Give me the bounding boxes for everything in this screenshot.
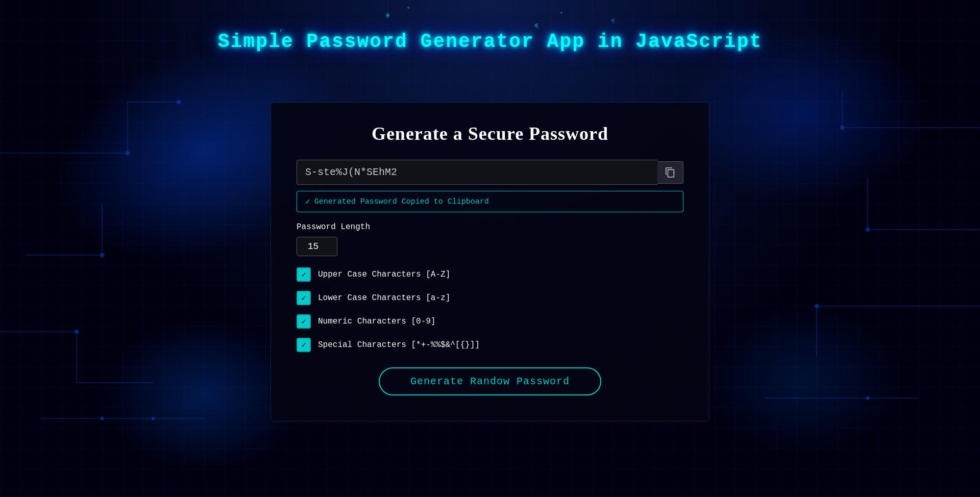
svg-point-17 xyxy=(840,126,844,130)
svg-text:1: 1 xyxy=(535,22,539,30)
svg-point-29 xyxy=(560,12,562,14)
clipboard-message: Generated Password Copied to Clipboard xyxy=(314,197,489,206)
checkbox-label-lowercase: Lower Case Characters [a-z] xyxy=(318,293,450,303)
svg-point-27 xyxy=(407,7,409,9)
checkbox-uppercase[interactable]: ✓ xyxy=(297,267,311,282)
checkbox-check-icon: ✓ xyxy=(301,340,306,350)
svg-point-23 xyxy=(815,304,819,308)
length-input[interactable] xyxy=(297,237,337,256)
svg-point-4 xyxy=(177,100,181,104)
clipboard-notice: ✓ Generated Password Copied to Clipboard xyxy=(297,191,683,212)
svg-text:0: 0 xyxy=(385,12,389,20)
checkmark-icon: ✓ xyxy=(305,196,310,207)
checkbox-check-icon: ✓ xyxy=(301,316,306,327)
svg-point-7 xyxy=(100,253,104,257)
main-card: Generate a Secure Password ✓ Generated P… xyxy=(271,102,709,421)
checkbox-row: ✓Special Characters [*+-%%$&^[{}]] xyxy=(297,338,683,352)
checkbox-row: ✓Numeric Characters [0-9] xyxy=(297,314,683,329)
svg-point-11 xyxy=(75,330,79,334)
checkbox-container: ✓Upper Case Characters [A-Z]✓Lower Case … xyxy=(297,267,683,352)
card-heading: Generate a Secure Password xyxy=(297,123,683,144)
checkbox-row: ✓Upper Case Characters [A-Z] xyxy=(297,267,683,282)
password-row xyxy=(297,160,683,185)
page-title: Simple Password Generator App in JavaScr… xyxy=(0,31,980,53)
checkbox-numeric[interactable]: ✓ xyxy=(297,314,311,329)
checkbox-lowercase[interactable]: ✓ xyxy=(297,291,311,305)
svg-point-13 xyxy=(101,417,104,420)
checkbox-check-icon: ✓ xyxy=(301,293,306,303)
password-input[interactable] xyxy=(297,160,657,185)
checkbox-special[interactable]: ✓ xyxy=(297,338,311,352)
generate-button[interactable]: Generate Randow Password xyxy=(379,367,601,395)
checkbox-row: ✓Lower Case Characters [a-z] xyxy=(297,291,683,305)
checkbox-label-uppercase: Upper Case Characters [A-Z] xyxy=(318,270,450,279)
svg-point-20 xyxy=(866,228,870,232)
svg-point-14 xyxy=(152,417,155,420)
length-label: Password Length xyxy=(297,222,683,232)
svg-point-3 xyxy=(126,151,130,155)
checkbox-check-icon: ✓ xyxy=(301,269,306,280)
checkbox-label-numeric: Numeric Characters [0-9] xyxy=(318,317,435,326)
svg-point-25 xyxy=(866,396,869,400)
copy-button[interactable] xyxy=(657,161,683,184)
svg-text:1: 1 xyxy=(611,17,616,25)
checkbox-label-special: Special Characters [*+-%%$&^[{}]] xyxy=(318,340,480,350)
copy-icon xyxy=(665,167,676,178)
